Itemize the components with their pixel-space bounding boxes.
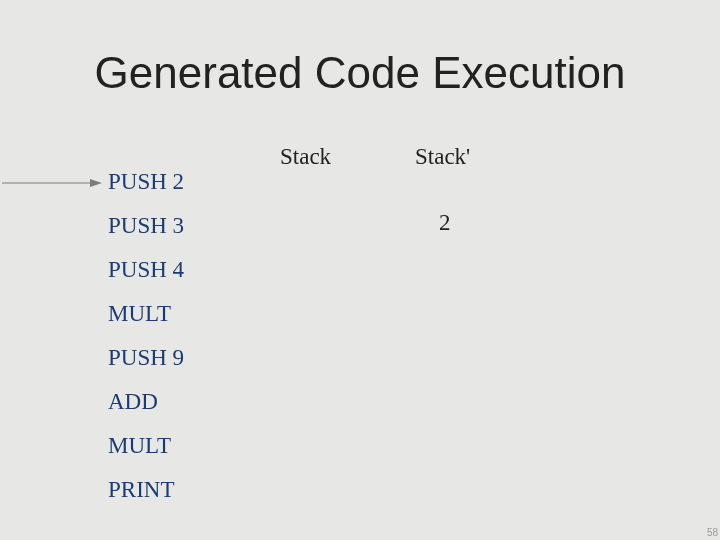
instruction-item: MULT [108, 302, 184, 325]
instruction-item: PUSH 4 [108, 258, 184, 281]
slide: Generated Code Execution PUSH 2 PUSH 3 P… [0, 0, 720, 540]
instruction-item: PRINT [108, 478, 184, 501]
instruction-item: ADD [108, 390, 184, 413]
page-title: Generated Code Execution [0, 48, 720, 98]
svg-marker-1 [90, 179, 102, 187]
page-number: 58 [707, 527, 718, 538]
instruction-list: PUSH 2 PUSH 3 PUSH 4 MULT PUSH 9 ADD MUL… [108, 170, 184, 522]
instruction-item: PUSH 3 [108, 214, 184, 237]
stack-header-left: Stack [280, 144, 331, 170]
instruction-item: PUSH 2 [108, 170, 184, 193]
instruction-item: PUSH 9 [108, 346, 184, 369]
stack-header-right: Stack' [415, 144, 470, 170]
current-instruction-arrow [2, 176, 102, 190]
instruction-item: MULT [108, 434, 184, 457]
stack-prime-value: 2 [439, 210, 451, 236]
